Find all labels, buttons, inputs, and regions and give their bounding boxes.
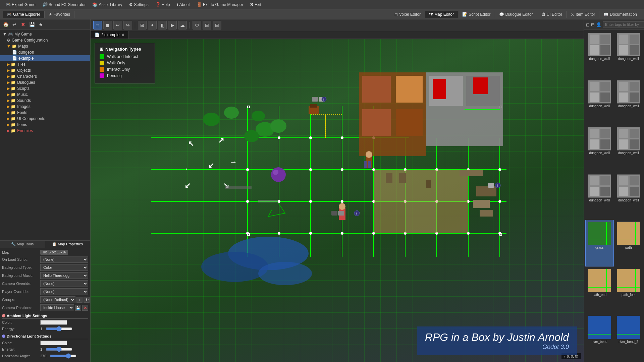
redo-button[interactable]: ↪ (123, 21, 132, 29)
directional-energy-slider[interactable] (46, 347, 72, 352)
menu-exit-game-manager[interactable]: 🚪 Exit to Game Manager (194, 1, 246, 8)
tree-item-dialogues[interactable]: ▶ 📁 Dialogues (0, 79, 90, 85)
sidebar-close-button[interactable]: ✖ (19, 21, 27, 28)
tree-item-music[interactable]: ▶ 📁 Music (0, 92, 90, 98)
minimize-button[interactable]: ⊟ (203, 21, 211, 29)
camera-override-select[interactable]: (None) (40, 280, 88, 287)
tile-item-dungeon_wall[interactable]: dungeon_wall (614, 31, 643, 78)
groups-add-button[interactable]: + (76, 297, 83, 303)
tree-item-characters[interactable]: ▶ 📁 Characters (0, 73, 90, 79)
tile-item-path[interactable]: path (614, 220, 643, 266)
sidebar-favorite-button[interactable]: ★ (37, 21, 44, 28)
map-tab-close-button[interactable]: ✖ (121, 33, 124, 37)
right-panel-btn-1[interactable]: ◻ (586, 21, 590, 28)
horizontal-angle-slider[interactable] (50, 353, 76, 359)
camera-positions-select[interactable]: Inside House (40, 304, 74, 311)
menu-exit[interactable]: ✖ Exit (247, 1, 264, 8)
directional-color-swatch[interactable] (40, 341, 67, 345)
camera-remove-button[interactable]: ✖ (82, 305, 88, 311)
svg-point-42 (341, 232, 343, 235)
tab-script-editor[interactable]: 📝 Script Editor (458, 11, 495, 18)
pencil-tool-button[interactable]: ◼ (103, 21, 112, 29)
tab-voxel-editor[interactable]: ◻ Voxel Editor (390, 11, 425, 18)
tab-map-properties[interactable]: 📋 Map Properties (45, 241, 91, 248)
ambient-light-indicator (2, 314, 5, 317)
tab-ui-editor[interactable]: 🖼 UI Editor (537, 11, 567, 18)
grid-button[interactable]: ⊞ (138, 21, 147, 29)
tile-item-dungeon_wall[interactable]: dungeon_wall (614, 78, 643, 125)
tree-item-dungeon[interactable]: 📄 dungeon (0, 49, 90, 55)
tree-item-tiles[interactable]: ▶ 📁 Tiles (0, 61, 90, 67)
map-svg-scene: ↖ ↗ ← ↙ → ↙ ↘ (91, 39, 584, 362)
fullscreen-button[interactable]: ⊞ (213, 21, 221, 29)
tile-item-dungeon_wall[interactable]: dungeon_wall (614, 173, 643, 219)
tile-item-dungeon_wall[interactable]: dungeon_wall (585, 173, 614, 219)
sidebar-home-button[interactable]: 🏠 (2, 21, 9, 28)
tree-item-maps[interactable]: ▼ 📁 Maps (0, 43, 90, 49)
magic-button[interactable]: ✦ (148, 21, 157, 29)
tree-item-items[interactable]: ▶ 📁 Items (0, 122, 90, 128)
tree-item-enemies[interactable]: ▶ 📁 Enemies (0, 128, 90, 134)
ambient-color-swatch[interactable] (40, 320, 67, 325)
ui-components-folder-icon: ▶ 📁 (7, 116, 16, 121)
menu-bar: 🎮 Export Game 🔊 Sound FX Generator 📚 Ass… (0, 0, 644, 9)
menu-sound-fx[interactable]: 🔊 Sound FX Generator (40, 1, 89, 8)
svg-point-66 (273, 170, 278, 175)
svg-rect-102 (480, 210, 493, 217)
tab-game-explorer[interactable]: 🎮 Game Explorer (3, 11, 45, 18)
tree-item-fonts[interactable]: ▶ 📁 Fonts (0, 110, 90, 116)
cloud-button[interactable]: ☁ (178, 21, 187, 29)
on-load-script-select[interactable]: (None) (40, 256, 88, 263)
tile-image-path (617, 222, 640, 245)
camera-save-button[interactable]: 💾 (75, 305, 81, 311)
tile-item-path_fork[interactable]: path_fork (614, 267, 643, 314)
svg-point-78 (366, 151, 372, 158)
tree-item-my-game[interactable]: ▼ 🎮 My Game (0, 31, 90, 37)
tab-dialogue-editor[interactable]: 💬 Dialogue Editor (495, 11, 537, 18)
background-music-select[interactable]: Hello There.ogg (40, 272, 88, 279)
select-tool-button[interactable]: ◻ (93, 21, 102, 29)
tile-item-dungeon_wall[interactable]: dungeon_wall (585, 31, 614, 78)
ambient-energy-slider[interactable] (46, 326, 72, 331)
menu-settings[interactable]: ⚙ Settings (126, 1, 151, 8)
player-override-select[interactable]: (None) (40, 288, 88, 295)
sidebar-back-button[interactable]: ↩ (11, 21, 18, 28)
tab-map-tools[interactable]: 🔧 Map Tools (0, 241, 45, 248)
tile-item-dungeon_wall[interactable]: dungeon_wall (585, 125, 614, 172)
groups-select[interactable]: (None Defined) (40, 296, 75, 303)
menu-asset-library[interactable]: 📚 Asset Library (90, 1, 125, 8)
tree-item-example[interactable]: 📄 example (0, 55, 90, 61)
undo-button[interactable]: ↩ (113, 21, 122, 29)
tags-filter-input[interactable] (603, 21, 644, 27)
sidebar-save-button[interactable]: 💾 (28, 21, 36, 28)
tile-item-river_bend_2[interactable]: river_bend_2 (614, 314, 643, 361)
right-panel-btn-3[interactable]: 👤 (596, 21, 601, 28)
menu-help[interactable]: ❓ Help (153, 1, 173, 8)
menu-export-game[interactable]: 🎮 Export Game (3, 1, 38, 8)
tab-favorites[interactable]: ★ Favorites (45, 11, 74, 18)
tree-item-sounds[interactable]: ▶ 📁 Sounds (0, 98, 90, 104)
right-panel-btn-2[interactable]: ⊞ (591, 21, 595, 28)
tree-item-images[interactable]: ▶ 📁 Images (0, 104, 90, 110)
tree-item-objects[interactable]: ▶ 📁 Objects (0, 67, 90, 73)
map-scene[interactable]: ↖ ↗ ← ↙ → ↙ ↘ (91, 39, 584, 362)
tree-item-scripts[interactable]: ▶ 📁 Scripts (0, 85, 90, 92)
settings-tool-button[interactable]: ⚙ (193, 21, 201, 29)
map-viewport[interactable]: ⊞ Navigation Types Walk and Interact Wal… (91, 39, 584, 362)
tile-item-river_bend[interactable]: river_bend (585, 314, 614, 361)
background-type-select[interactable]: Color (40, 264, 88, 271)
tile-item-grass[interactable]: grass (585, 220, 614, 266)
tile-item-dungeon_wall[interactable]: dungeon_wall (585, 78, 614, 125)
menu-about[interactable]: ℹ About (174, 1, 193, 8)
layers-button[interactable]: ◧ (158, 21, 167, 29)
tab-item-editor[interactable]: ⚔ Item Editor (567, 11, 599, 18)
tree-item-game-config[interactable]: ⚙ Game Configuration (0, 37, 90, 43)
map-tab-example[interactable]: 📄 * example ✖ (91, 31, 129, 39)
tab-map-editor[interactable]: 🗺 Map Editor (425, 11, 458, 18)
play-button[interactable]: ▶ (168, 21, 177, 29)
tile-item-dungeon_wall[interactable]: dungeon_wall (614, 125, 643, 172)
groups-eye-button[interactable]: 👁 (84, 297, 90, 303)
tile-item-path_end[interactable]: path_end (585, 267, 614, 314)
tab-documentation[interactable]: 📖 Documentation (599, 11, 641, 18)
tree-item-ui-components[interactable]: ▶ 📁 UI Components (0, 116, 90, 122)
